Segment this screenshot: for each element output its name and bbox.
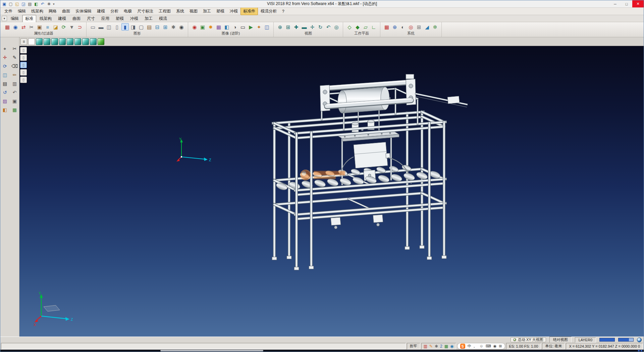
menu-electrode[interactable]: 电极 xyxy=(121,7,135,15)
active-linestyle-bar[interactable] xyxy=(618,338,634,342)
layer-filter-icon[interactable]: ≡ xyxy=(44,23,51,31)
view-left-button[interactable] xyxy=(59,38,66,45)
new-doc-icon[interactable]: ▢ xyxy=(8,1,13,7)
print-icon[interactable]: ▤ xyxy=(27,1,33,7)
view-bottom-button[interactable] xyxy=(82,38,89,45)
clip-slot-2[interactable]: ▯ xyxy=(20,54,27,61)
magnet-icon[interactable]: ⊃ xyxy=(76,23,84,31)
minimize-button[interactable]: ─ xyxy=(609,0,621,7)
globe-status-icon[interactable] xyxy=(637,338,642,342)
ime-emoji[interactable]: ☺ xyxy=(480,344,483,348)
menu-die[interactable]: 冲模 xyxy=(227,7,240,15)
snap-lock-toggle[interactable]: 拴牢 xyxy=(407,343,420,349)
background-icon[interactable]: ◧ xyxy=(223,23,230,31)
tab-die[interactable]: 冲模 xyxy=(127,15,141,23)
page-icon[interactable]: ▢ xyxy=(138,23,145,31)
clipboard-icon[interactable]: ▣ xyxy=(11,98,18,104)
zoom-window-icon[interactable]: ⊞ xyxy=(284,23,292,31)
zoom-out-icon[interactable]: ▬ xyxy=(301,23,308,31)
menu-drawing[interactable]: 工程图 xyxy=(156,7,173,15)
menu-file[interactable]: 文件 xyxy=(2,7,15,15)
animation-icon[interactable]: ▶ xyxy=(247,23,255,31)
capture-icon[interactable]: ◧ xyxy=(34,1,39,7)
effects-icon[interactable]: ✦ xyxy=(255,23,263,31)
wcs-icon[interactable]: ✛ xyxy=(1,54,9,61)
view-back-button[interactable] xyxy=(74,38,81,45)
menu-machining[interactable]: 加工 xyxy=(200,7,214,15)
tab-surface[interactable]: 曲面 xyxy=(69,15,84,23)
rotate-icon[interactable]: ⟳ xyxy=(1,63,9,70)
menu-mold[interactable]: 塑模 xyxy=(214,7,227,15)
grid-icon[interactable]: ⊞ xyxy=(415,23,423,31)
tab-dropdown-icon[interactable]: ▼ xyxy=(2,16,7,21)
clip-slot-4[interactable]: ▯ xyxy=(20,69,27,76)
pen-icon[interactable]: ✏ xyxy=(11,72,18,78)
maximize-button[interactable]: □ xyxy=(621,0,632,7)
menu-system[interactable]: 系统 xyxy=(173,7,187,15)
hatch-icon[interactable]: ▨ xyxy=(1,98,9,104)
viewport-3d[interactable]: ▯▯▯▯▯ xyxy=(19,46,644,337)
close-button[interactable]: ✕ xyxy=(632,0,644,7)
taskbar-peek-bar[interactable] xyxy=(160,350,263,351)
cut-filter-icon[interactable]: ✂ xyxy=(28,23,35,31)
swap-arrows-icon[interactable]: ⇄ xyxy=(20,23,27,31)
section-view-icon[interactable]: ◨ xyxy=(129,23,137,31)
previous-view-icon[interactable]: ↶ xyxy=(325,23,332,31)
mirror-icon[interactable]: ◫ xyxy=(1,72,9,78)
rotate-view-icon[interactable]: ↻ xyxy=(317,23,324,31)
status-palette-icon[interactable]: ▦ xyxy=(444,344,448,348)
snap-icon[interactable]: ◎ xyxy=(407,23,415,31)
pan-icon[interactable]: ✛ xyxy=(309,23,316,31)
select-icon[interactable]: ⌖ xyxy=(1,45,9,52)
menu-flow-analysis[interactable]: 模流分析 xyxy=(258,7,279,15)
attributes-icon[interactable]: ▦ xyxy=(4,23,11,31)
notebook-icon[interactable]: ▤ xyxy=(146,23,153,31)
absolute-view-toggle[interactable]: 绝对视图 xyxy=(549,337,572,343)
view-mode-pill[interactable]: 总动 XY 大视图 xyxy=(511,337,546,342)
save-icon[interactable]: ◲ xyxy=(21,1,26,7)
ime-mic[interactable]: ◉ xyxy=(493,344,497,348)
menu-wireframe[interactable]: 线架构 xyxy=(29,7,46,15)
view-blank-button[interactable] xyxy=(28,38,35,45)
refresh-view-icon[interactable]: ◎ xyxy=(333,23,340,31)
menu-modeling[interactable]: 建模 xyxy=(94,7,108,15)
quick-access-dropdown-icon[interactable]: ▾ xyxy=(52,2,56,6)
sogou-logo-icon[interactable]: S xyxy=(460,344,465,349)
view-axon-button[interactable] xyxy=(90,38,97,45)
workplane-standard-icon[interactable]: ◇ xyxy=(346,23,353,31)
status-pen-icon[interactable]: ✎ xyxy=(429,344,433,348)
refresh-filter-icon[interactable]: ⟳ xyxy=(60,23,67,31)
tab-modeling[interactable]: 建模 xyxy=(55,15,69,23)
tab-application[interactable]: 应用 xyxy=(98,15,112,23)
clipboard-icon[interactable]: ▣ xyxy=(36,23,43,31)
tag-icon[interactable]: ◪ xyxy=(52,23,59,31)
color-table-icon[interactable]: ▦ xyxy=(383,23,390,31)
revolve-icon[interactable]: ↺ xyxy=(1,89,9,96)
app-icon[interactable]: ▣ xyxy=(2,1,7,7)
view-top-button[interactable] xyxy=(51,38,58,45)
ime-punct[interactable]: 。 xyxy=(474,344,477,348)
status-count-badge[interactable]: 2 xyxy=(440,344,442,348)
settings-icon[interactable]: ✱ xyxy=(46,1,52,7)
ime-mode-cn[interactable]: 中 xyxy=(468,344,471,348)
database-add-icon[interactable]: ⊞ xyxy=(162,23,169,31)
tab-dimension[interactable]: 尺寸 xyxy=(84,15,98,23)
menu-standard-parts[interactable]: 标准件 xyxy=(240,7,258,15)
menu-surface[interactable]: 曲面 xyxy=(59,7,73,15)
layer-indicator[interactable]: LAYER0 xyxy=(575,337,596,343)
open-icon[interactable]: ◱ xyxy=(14,1,20,7)
zoom-in-icon[interactable]: ✚ xyxy=(292,23,300,31)
slope-icon[interactable]: ◢ xyxy=(423,23,431,31)
sketch-icon[interactable]: ✎ xyxy=(11,54,18,61)
zoom-all-icon[interactable]: ⊕ xyxy=(276,23,284,31)
wireframe-icon[interactable]: ▭ xyxy=(89,23,97,31)
menu-solid-edit[interactable]: 实体编辑 xyxy=(73,7,94,15)
ime-keyboard[interactable]: ⌨ xyxy=(486,344,491,348)
undo-icon[interactable]: ↶ xyxy=(11,89,18,96)
menu-view[interactable]: 视图 xyxy=(187,7,200,15)
assembly-model[interactable] xyxy=(254,73,482,274)
tab-machining[interactable]: 加工 xyxy=(142,15,156,23)
view-front-button[interactable] xyxy=(44,38,50,45)
palette-icon[interactable]: ◧ xyxy=(1,106,9,113)
menu-analysis[interactable]: 分析 xyxy=(108,7,121,15)
